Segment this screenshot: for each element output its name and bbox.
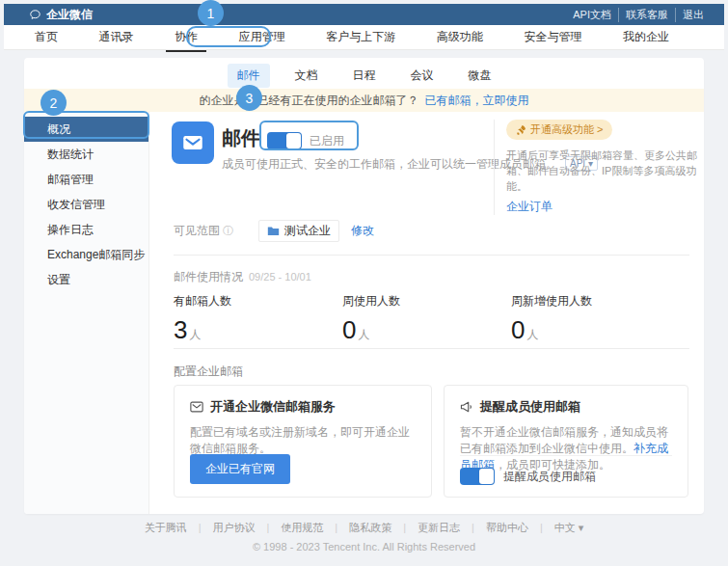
enterprise-orders-link[interactable]: 企业订单 (506, 199, 704, 215)
card-title-row: 开通企业微信邮箱服务 (190, 398, 416, 416)
mail-enabled-toggle[interactable] (267, 132, 302, 149)
footer-privacy-policy[interactable]: 隐私政策 (329, 522, 397, 533)
stat-label: 有邮箱人数 (174, 293, 231, 310)
stat-value: 0人 (511, 315, 592, 345)
sidebar-item-exchange-sync[interactable]: Exchange邮箱同步 (24, 242, 148, 267)
footer-language-selector[interactable]: 中文 ▾ (534, 522, 589, 533)
open-premium-button[interactable]: 开通高级功能 > (506, 120, 612, 140)
divider-2 (174, 348, 689, 349)
stat-label: 周新增使用人数 (511, 293, 592, 310)
divider-1 (174, 255, 689, 256)
page-footer: 关于腾讯用户协议使用规范隐私政策更新日志帮助中心中文 ▾ © 1998 - 20… (0, 521, 728, 553)
stat-weekly-new-users: 周新增使用人数 0人 (511, 293, 592, 345)
nav-my-company[interactable]: 我的企业 (621, 24, 671, 50)
remind-members-card: 提醒成员使用邮箱 暂不开通企业微信邮箱服务，通知成员将已有邮箱添加到企业微信中使… (444, 385, 688, 498)
configure-section-title: 配置企业邮箱 (174, 364, 243, 380)
remind-card-title: 提醒成员使用邮箱 (480, 398, 580, 416)
open-mailbox-card-title: 开通企业微信邮箱服务 (210, 398, 336, 416)
sidebar-item-mailbox-management[interactable]: 邮箱管理 (24, 167, 148, 192)
use-existing-mailbox-link[interactable]: 已有邮箱，立即使用 (425, 93, 529, 109)
contact-support-link[interactable]: 联系客服 (618, 8, 675, 22)
nav-home[interactable]: 首页 (33, 24, 60, 50)
sidebar-item-operation-log[interactable]: 操作日志 (24, 217, 148, 242)
sidebar-item-settings[interactable]: 设置 (24, 267, 148, 292)
stat-weekly-users: 周使用人数 0人 (342, 293, 400, 345)
sidebar: 概况 数据统计 邮箱管理 收发信管理 操作日志 Exchange邮箱同步 设置 (24, 112, 149, 514)
company-has-website-button[interactable]: 企业已有官网 (190, 454, 290, 484)
notice-text: 的企业是否已经有正在使用的企业邮箱了？ (200, 93, 419, 109)
footer-usage-rules[interactable]: 使用规范 (260, 522, 329, 533)
remind-members-toggle[interactable] (460, 468, 495, 485)
card-body: 概况 数据统计 邮箱管理 收发信管理 操作日志 Exchange邮箱同步 设置 … (24, 112, 704, 514)
footer-help-center[interactable]: 帮助中心 (466, 522, 534, 533)
mail-toggle-status: 已启用 (310, 133, 344, 149)
nav-premium-features[interactable]: 高级功能 (435, 24, 485, 50)
mail-toggle-row: 已启用 (267, 132, 344, 149)
brand[interactable]: 企业微信 (29, 7, 93, 23)
remind-toggle-label: 提醒成员使用邮箱 (503, 469, 596, 485)
wecom-bubble-icon (29, 9, 41, 21)
visible-range-value: 测试企业 (284, 223, 331, 239)
toggle-knob (286, 133, 301, 148)
footer-about-tencent[interactable]: 关于腾讯 (139, 522, 193, 533)
logout-link[interactable]: 退出 (675, 8, 711, 22)
sidebar-item-statistics[interactable]: 数据统计 (24, 142, 148, 167)
brand-name: 企业微信 (46, 7, 93, 23)
premium-description: 开通后可享受无限邮箱容量、更多公共邮箱、邮件自动备份、IP限制等多项高级功能。 (506, 148, 704, 194)
visible-range-label: 可见范围 (174, 223, 220, 239)
envelope-icon (190, 401, 203, 413)
usage-period: 09/25 - 10/01 (249, 271, 311, 283)
tab-mail[interactable]: 邮件 (228, 64, 270, 88)
nav-collaboration[interactable]: 协作 (173, 24, 200, 50)
open-mailbox-card-desc: 配置已有域名或注册新域名，即可开通企业微信邮箱服务。 (190, 424, 416, 457)
megaphone-icon (460, 401, 473, 413)
mail-app-icon (172, 121, 214, 164)
modify-visible-range-link[interactable]: 修改 (351, 223, 374, 239)
tab-docs[interactable]: 文档 (285, 64, 328, 88)
folder-icon (267, 226, 280, 236)
card-title-row: 提醒成员使用邮箱 (460, 398, 672, 416)
feature-title: 邮件 (222, 125, 260, 151)
content-card: 邮件 文档 日程 会议 微盘 的企业是否已经有正在使用的企业邮箱了？ 已有邮箱，… (24, 58, 704, 514)
visible-range-row: 可见范围 ⓘ 测试企业 修改 (174, 220, 374, 242)
sidebar-item-send-receive[interactable]: 收发信管理 (24, 192, 148, 217)
toggle-knob (479, 469, 494, 484)
card-divider (460, 455, 672, 456)
api-docs-link[interactable]: API文档 (566, 8, 618, 22)
stat-number: 3 (174, 315, 187, 344)
tab-calendar[interactable]: 日程 (343, 64, 386, 88)
premium-panel: 开通高级功能 > 开通后可享受无限邮箱容量、更多公共邮箱、邮件自动备份、IP限制… (494, 120, 704, 215)
visible-range-chip: 测试企业 (258, 220, 339, 242)
notice-banner: 的企业是否已经有正在使用的企业邮箱了？ 已有邮箱，立即使用 (24, 89, 704, 112)
tab-meeting[interactable]: 会议 (401, 64, 444, 88)
nav-app-management[interactable]: 应用管理 (237, 24, 287, 50)
sidebar-item-overview[interactable]: 概况 (24, 117, 148, 142)
open-premium-label: 开通高级功能 > (530, 122, 603, 137)
copyright: © 1998 - 2023 Tencent Inc. All Rights Re… (0, 541, 728, 553)
tab-drive[interactable]: 微盘 (459, 64, 501, 88)
stat-number: 0 (511, 315, 525, 344)
sub-tabs: 邮件 文档 日程 会议 微盘 (24, 58, 704, 89)
wecom-admin-window: 企业微信 API文档 联系客服 退出 首页 通讯录 协作 应用管理 客户与上下游… (0, 0, 728, 566)
footer-links: 关于腾讯用户协议使用规范隐私政策更新日志帮助中心中文 ▾ (0, 521, 728, 535)
nav-customers[interactable]: 客户与上下游 (324, 24, 397, 50)
stat-number: 0 (342, 315, 356, 344)
stat-unit: 人 (526, 328, 538, 341)
nav-contacts[interactable]: 通讯录 (97, 24, 136, 50)
stat-unit: 人 (358, 328, 369, 341)
remind-toggle-row: 提醒成员使用邮箱 (460, 468, 596, 485)
rocket-icon (516, 124, 526, 135)
remind-card-desc: 暂不开通企业微信邮箱服务，通知成员将已有邮箱添加到企业微信中使用。补充成员邮箱，… (460, 424, 672, 473)
top-bar: 企业微信 API文档 联系客服 退出 (4, 4, 724, 25)
stat-mailbox-users: 有邮箱人数 3人 (174, 293, 231, 345)
footer-changelog[interactable]: 更新日志 (397, 522, 466, 533)
open-mailbox-service-card: 开通企业微信邮箱服务 配置已有域名或注册新域名，即可开通企业微信邮箱服务。 企业… (174, 385, 432, 498)
stat-label: 周使用人数 (342, 293, 400, 310)
nav-security[interactable]: 安全与管理 (522, 24, 583, 50)
footer-user-agreement[interactable]: 用户协议 (193, 522, 261, 533)
main-panel: 邮件 已启用 成员可使用正式、安全的工作邮箱，企业可以统一管理成员邮箱。API … (149, 112, 704, 514)
usage-title-text: 邮件使用情况 (174, 270, 243, 283)
stat-value: 0人 (342, 315, 400, 345)
stat-value: 3人 (174, 315, 231, 345)
info-icon[interactable]: ⓘ (223, 224, 233, 238)
